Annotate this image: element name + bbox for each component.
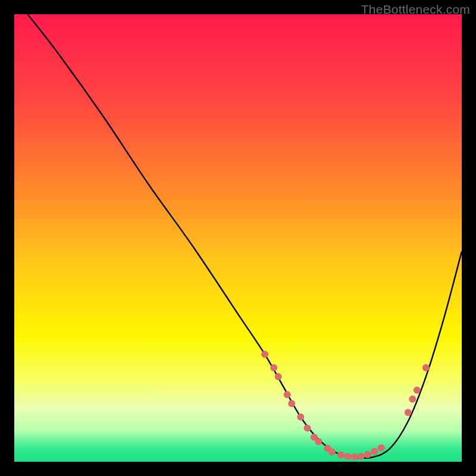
highlight-dot xyxy=(270,364,277,371)
highlight-dot xyxy=(405,409,412,416)
highlight-dot xyxy=(315,438,322,445)
highlight-dot xyxy=(337,452,345,459)
highlight-dot xyxy=(328,448,336,455)
chart-background xyxy=(14,14,462,462)
highlight-dot xyxy=(351,453,358,461)
highlight-dot xyxy=(297,414,304,421)
highlight-dot xyxy=(378,444,385,452)
highlight-dot xyxy=(275,373,282,380)
highlight-dot xyxy=(371,448,378,455)
highlight-dot xyxy=(344,453,351,460)
chart-stage: TheBottleneck.com xyxy=(0,0,476,476)
chart-svg xyxy=(14,14,462,462)
highlight-dot xyxy=(261,351,268,358)
highlight-dot xyxy=(284,391,291,398)
highlight-dot xyxy=(304,425,311,432)
highlight-dot xyxy=(358,453,365,460)
highlight-dot xyxy=(414,387,421,394)
highlight-dot xyxy=(288,400,295,407)
chart-plot-area xyxy=(14,14,462,462)
highlight-dot xyxy=(364,451,371,458)
highlight-dot xyxy=(422,364,430,371)
highlight-dot xyxy=(409,396,416,403)
